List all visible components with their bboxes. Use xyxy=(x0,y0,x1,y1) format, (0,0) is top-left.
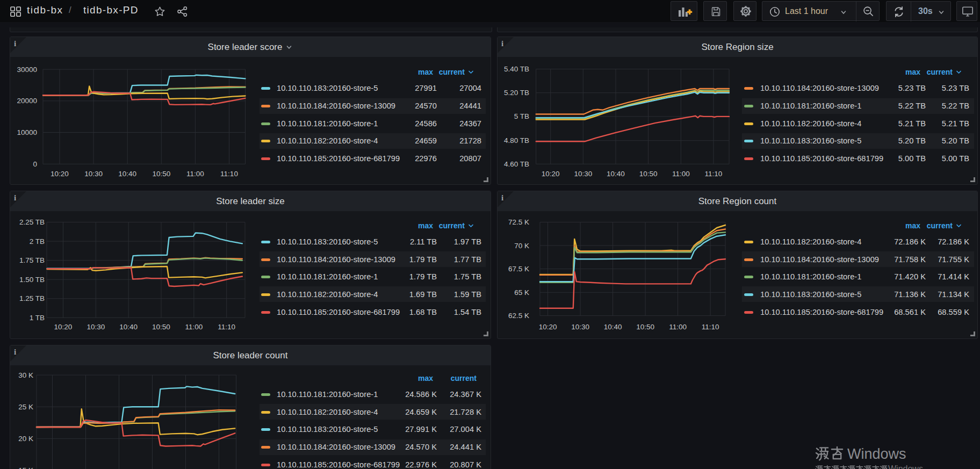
svg-text:Windows: Windows xyxy=(847,446,906,462)
svg-text:Windows: Windows xyxy=(888,464,923,469)
